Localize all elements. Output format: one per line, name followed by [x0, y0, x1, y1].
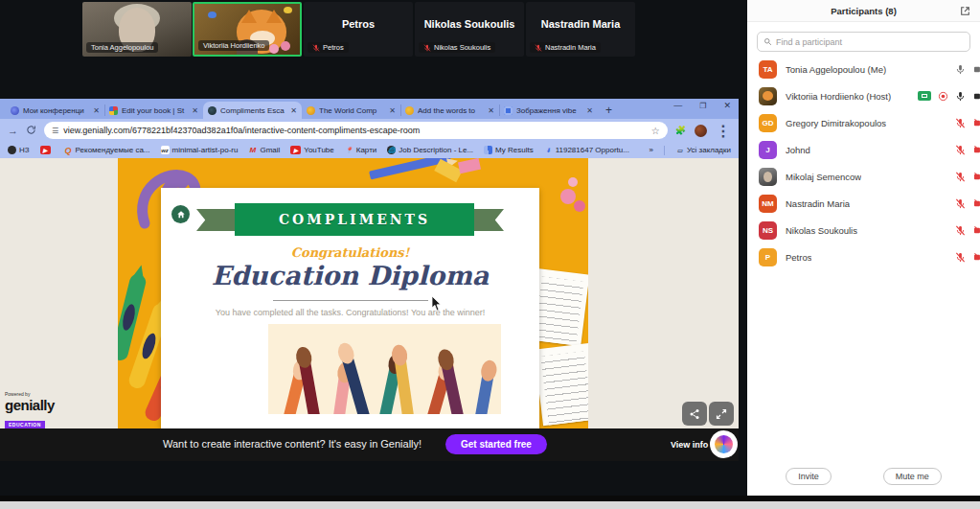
tab-close-icon[interactable]: ✕ — [488, 106, 494, 115]
address-bar[interactable]: ☰ view.genially.com/6778221bf42370ad382a… — [44, 122, 668, 139]
mic-icon[interactable] — [955, 91, 966, 102]
bookmark-item[interactable]: wzminimal-artist-po-ru — [161, 146, 239, 154]
tile-name-label: Nikolas Soukoulis — [434, 43, 490, 52]
genially-avatar[interactable] — [710, 430, 738, 458]
camera-icon[interactable] — [972, 91, 980, 102]
tab-close-icon[interactable]: ✕ — [389, 106, 396, 115]
bookmark-item-youtube-icon[interactable]: ▶ — [40, 146, 54, 154]
reload-button[interactable] — [26, 125, 36, 137]
certificate-banner: COMPLIMENTS — [235, 203, 474, 236]
flower-decor — [269, 44, 279, 54]
camera-off-icon[interactable] — [972, 198, 980, 209]
camera-off-icon[interactable] — [972, 225, 980, 236]
participant-row[interactable]: Mikolaj Semencow — [747, 163, 980, 190]
site-settings-icon[interactable]: ☰ — [52, 127, 57, 135]
tab-my-conferences[interactable]: Мои конференци ✕ — [6, 102, 104, 119]
all-bookmarks-button[interactable]: ▭Усі закладки — [675, 146, 731, 154]
search-input[interactable] — [776, 37, 964, 47]
bookmark-item[interactable]: ⬇119281647 Opportu... — [544, 146, 629, 154]
participant-name: Mikolaj Semencow — [786, 172, 861, 182]
fullscreen-button[interactable] — [709, 402, 734, 426]
avatar-photo — [759, 168, 777, 186]
get-started-button[interactable]: Get started free — [445, 434, 547, 454]
avatar: NS — [759, 221, 777, 240]
participant-row[interactable]: TA Tonia Aggelopoulou (Me) — [747, 56, 980, 82]
panel-title: Participants (8) — [831, 6, 897, 16]
mic-muted-icon[interactable] — [955, 225, 966, 236]
camera-icon[interactable] — [972, 64, 980, 75]
butterfly-decor — [284, 7, 292, 13]
recording-icon — [938, 91, 948, 102]
mic-muted-icon[interactable] — [955, 145, 966, 155]
bookmarks-bar: НЗ ▶ QРекомендуемые са... wzminimal-arti… — [0, 142, 739, 159]
flower-decor — [281, 41, 290, 51]
participant-row[interactable]: GD Gregory Dimitrakopoulos — [747, 109, 980, 136]
video-tile-nikolas[interactable]: Nikolas Soukoulis Nikolas Soukoulis — [415, 2, 524, 57]
mic-muted-icon[interactable] — [955, 252, 966, 263]
forward-button[interactable]: → — [8, 126, 18, 136]
window-close-button[interactable]: ✕ — [723, 101, 731, 110]
bookmark-item[interactable]: НЗ — [8, 146, 30, 154]
panel-header: Participants (8) — [747, 0, 980, 22]
mute-me-button[interactable]: Mute me — [883, 468, 942, 485]
bookmark-item[interactable]: QРекомендуемые са... — [64, 146, 150, 154]
tile-big-name: Petros — [304, 18, 413, 30]
bookmark-item-youtube[interactable]: ▶YouTube — [290, 146, 333, 154]
camera-off-icon[interactable] — [972, 172, 980, 182]
browser-menu-icon[interactable]: ⋮ — [716, 122, 731, 140]
video-tile-viktoriia[interactable]: Viktoriia Hordiienko — [193, 2, 302, 57]
bookmark-item[interactable]: My Results — [484, 146, 534, 154]
mic-muted-icon[interactable] — [955, 198, 966, 209]
tile-name-label: Tonia Aggelopoulou — [91, 43, 153, 52]
tab-close-icon[interactable]: ✕ — [290, 106, 297, 115]
mic-icon[interactable] — [955, 64, 966, 75]
participant-search[interactable] — [757, 32, 970, 52]
window-restore-button[interactable]: ❐ — [699, 102, 706, 110]
tab-favicon — [208, 106, 217, 115]
new-tab-button[interactable]: + — [605, 102, 612, 119]
bookmark-item-gmail[interactable]: MGmail — [248, 146, 280, 154]
web-page-content: COMPLIMENTS Congratulations! Education D… — [0, 158, 739, 461]
window-minimize-button[interactable]: — — [673, 101, 682, 110]
camera-off-icon[interactable] — [972, 252, 980, 263]
camera-off-icon[interactable] — [972, 118, 980, 128]
participant-row[interactable]: J Johnd — [747, 136, 980, 163]
diploma-title: Education Diploma — [161, 261, 539, 290]
share-button[interactable] — [682, 402, 707, 426]
video-tile-nastradin[interactable]: Nastradin Maria Nastradin Maria — [526, 2, 635, 57]
avatar: J — [759, 141, 777, 159]
congratulations-text: Congratulations! — [161, 245, 539, 260]
tab-close-icon[interactable]: ✕ — [586, 106, 593, 115]
bookmark-item[interactable]: 🌐Job Description - Le... — [387, 146, 473, 154]
video-tile-petros[interactable]: Petros Petros — [304, 2, 413, 57]
tab-add-the-words[interactable]: Add the words to ✕ — [400, 102, 499, 119]
tab-label: Зображення vibe — [516, 106, 582, 115]
tab-close-icon[interactable]: ✕ — [192, 106, 198, 115]
bookmark-item-maps[interactable]: 📍Карти — [345, 146, 377, 154]
tab-images[interactable]: Зображення vibe ✕ — [499, 102, 598, 119]
bookmark-star-icon[interactable]: ☆ — [651, 126, 660, 136]
participant-row[interactable]: NS Nikolas Soukoulis — [747, 217, 980, 243]
mic-muted-icon[interactable] — [955, 118, 966, 128]
screen-share-badge — [918, 91, 931, 101]
tab-compliments-escape-room[interactable]: Compliments Esca ✕ — [203, 102, 302, 119]
participant-row[interactable]: P Petros — [747, 243, 980, 270]
participant-row[interactable]: Viktoriia Hordiienko (Host) — [747, 82, 980, 109]
popout-icon[interactable] — [959, 5, 971, 17]
invite-button[interactable]: Invite — [786, 468, 832, 485]
profile-avatar[interactable] — [695, 125, 707, 137]
participant-row[interactable]: NM Nastradin Maria — [747, 190, 980, 217]
bookmarks-overflow-chevron[interactable]: » — [650, 146, 653, 154]
tab-edit-your-book[interactable]: Edit your book | St ✕ — [104, 102, 203, 119]
genially-logo[interactable]: Powered by genially EDUCATION — [5, 391, 72, 430]
home-button[interactable] — [171, 205, 190, 223]
video-tile-tonia[interactable]: Tonia Aggelopoulou — [82, 2, 192, 57]
tab-the-world[interactable]: The World Comp ✕ — [302, 102, 400, 119]
camera-off-icon[interactable] — [972, 145, 980, 155]
mic-muted-icon[interactable] — [955, 172, 966, 182]
avatar: GD — [759, 114, 777, 132]
extensions-icon[interactable]: 🧩 — [675, 126, 686, 135]
desktop-strip — [0, 501, 980, 509]
page-url: view.genially.com/6778221bf42370ad382a1f… — [63, 126, 646, 135]
tab-close-icon[interactable]: ✕ — [93, 106, 100, 115]
